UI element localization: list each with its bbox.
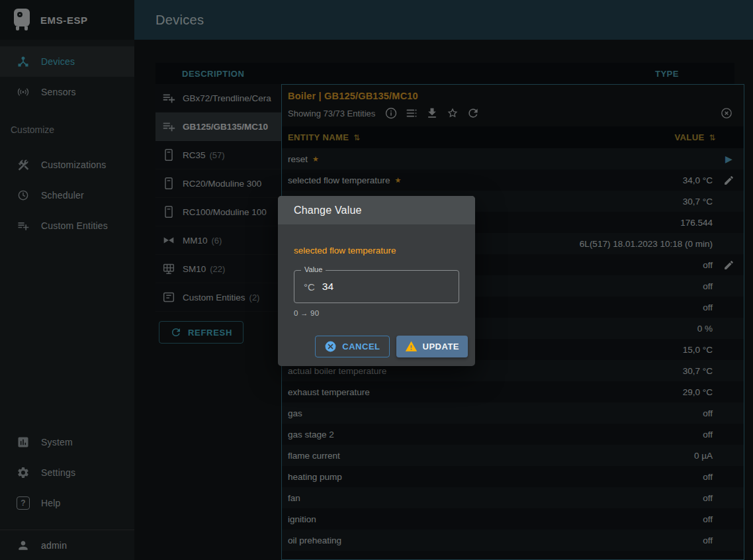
update-label: UPDATE [423, 342, 459, 351]
dialog-actions: CANCEL UPDATE [294, 336, 468, 357]
value-range-hint: 0 → 90 [294, 309, 468, 317]
dialog-entity-name: selected flow temperature [294, 246, 468, 256]
cancel-icon [324, 340, 337, 353]
dialog-body: selected flow temperature Value °C 34 0 … [278, 246, 475, 366]
value-input[interactable]: Value °C 34 [294, 270, 459, 303]
warning-icon [405, 340, 418, 353]
unit-adornment: °C [304, 281, 315, 293]
change-value-dialog: Change Value selected flow temperature V… [278, 196, 475, 366]
update-button[interactable]: UPDATE [396, 336, 468, 357]
value-input-label: Value [301, 265, 326, 273]
cancel-label: CANCEL [342, 342, 380, 351]
dialog-title: Change Value [278, 196, 475, 224]
cancel-button[interactable]: CANCEL [315, 336, 389, 357]
value-input-text: 34 [322, 281, 333, 293]
